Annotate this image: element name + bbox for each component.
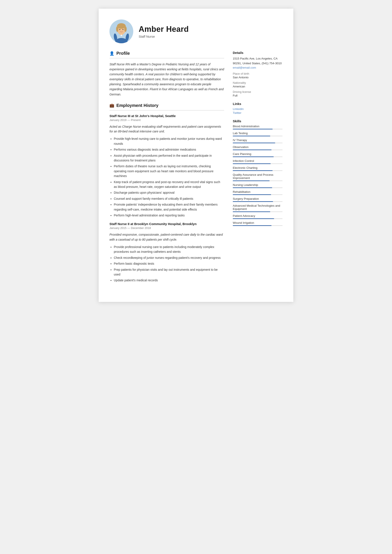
nationality-value: American: [233, 85, 282, 88]
job-date-0: January 2019 — Present: [110, 118, 224, 122]
nationality-label: Nationality: [233, 81, 282, 84]
skill-bar-fill-3: [233, 149, 272, 150]
skill-name-4: Care Planning: [233, 152, 282, 156]
job-1: Staff Nurse II at Brooklyn Community Hos…: [110, 222, 224, 283]
skill-bar-bg-9: [233, 194, 282, 195]
duty-0-0: Provide high-level nursing care to patie…: [114, 136, 224, 146]
duty-1-4: Update patient's medical records: [114, 278, 224, 283]
skill-0: Blood Administration: [233, 125, 282, 129]
skill-bar-bg-6: [233, 170, 282, 171]
skill-11: Advanced Medical Technologies and Equipm…: [233, 204, 282, 212]
profile-text: Staff Nurse RN with a Master's Degree in…: [110, 62, 224, 97]
employment-icon: 💼: [110, 103, 114, 108]
duty-1-2: Perform basic diagnostic tests: [114, 261, 224, 266]
svg-point-5: [117, 23, 126, 28]
skill-1: Lab Testing: [233, 132, 282, 136]
skill-name-1: Lab Testing: [233, 132, 282, 135]
skill-8: Nursing Leadership: [233, 183, 282, 188]
skill-bar-bg-0: [233, 129, 282, 129]
details-email[interactable]: email@email.com: [233, 66, 256, 69]
duty-0-5: Discharge patients upon physicians' appr…: [114, 190, 224, 195]
profile-divider: [110, 58, 224, 58]
pob-label: Place of birth: [233, 72, 282, 75]
pob-value: San Antonio: [233, 76, 282, 79]
two-col-layout: 👤 Profile Staff Nurse RN with a Master's…: [110, 51, 282, 289]
profile-title: 👤 Profile: [110, 51, 224, 56]
skill-bar-bg-3: [233, 149, 282, 150]
duty-0-8: Perform high-level administration and re…: [114, 213, 224, 218]
skill-2: IV Therapy: [233, 139, 282, 143]
links-section: Links LinkedinTwitter: [233, 102, 282, 114]
profile-section: 👤 Profile Staff Nurse RN with a Master's…: [110, 51, 224, 97]
employment-divider: [110, 110, 224, 111]
details-section: Details 1515 Pacific Ave, Los Angeles, C…: [233, 51, 282, 97]
skill-bar-fill-11: [233, 211, 270, 212]
duty-1-0: Provide professional nursing care to pat…: [114, 245, 224, 254]
job-duties-1: Provide professional nursing care to pat…: [110, 245, 224, 283]
skill-name-8: Nursing Leadership: [233, 183, 282, 187]
link-1[interactable]: Twitter: [233, 111, 282, 114]
duty-0-6: Counsel and support family members of cr…: [114, 196, 224, 201]
duty-0-4: Keep track of patient progress and post-…: [114, 180, 224, 189]
skill-name-6: Electronic Charting: [233, 166, 282, 169]
job-summary-1: Provided responsive, compassionate, pati…: [110, 232, 224, 242]
employment-title: 💼 Employment History: [110, 103, 224, 108]
skill-name-10: Surgery Preparation: [233, 197, 282, 200]
header: Amber Heard Staff Nurse: [110, 20, 282, 43]
skill-6: Electronic Charting: [233, 166, 282, 171]
jobs-container: Staff Nurse III at St John's Hospital, S…: [110, 114, 224, 283]
skills-title: Skills: [233, 119, 282, 123]
skill-bar-fill-5: [233, 163, 271, 164]
duty-0-3: Perform duties of theatre nurse such as …: [114, 164, 224, 178]
skill-bar-bg-13: [233, 225, 282, 226]
job-summary-0: Acted as Charge Nurse evaluating staff r…: [110, 124, 224, 134]
duty-1-1: Check recordkeeping of junior nurses reg…: [114, 255, 224, 260]
skills-section: Skills Blood AdministrationLab TestingIV…: [233, 119, 282, 226]
skill-bar-fill-7: [233, 181, 270, 181]
avatar: [110, 20, 133, 43]
skill-name-12: Patient Advocacy: [233, 214, 282, 217]
skill-bar-fill-9: [233, 194, 271, 195]
duty-1-3: Prep patients for physician visits and l…: [114, 267, 224, 277]
skill-bar-fill-8: [233, 187, 272, 188]
skills-container: Blood AdministrationLab TestingIV Therap…: [233, 125, 282, 226]
job-0: Staff Nurse III at St John's Hospital, S…: [110, 114, 224, 218]
skill-10: Surgery Preparation: [233, 197, 282, 202]
skill-bar-bg-1: [233, 136, 282, 136]
skill-name-2: IV Therapy: [233, 139, 282, 142]
skill-bar-fill-13: [233, 225, 272, 226]
skill-bar-fill-2: [233, 143, 275, 143]
skill-bar-bg-10: [233, 201, 282, 202]
svg-point-7: [124, 26, 127, 32]
skill-12: Patient Advocacy: [233, 214, 282, 219]
skill-name-5: Infection Control: [233, 159, 282, 162]
skill-bar-fill-0: [233, 129, 273, 129]
duty-0-2: Assist physician with procedures perform…: [114, 153, 224, 163]
job-title-1: Staff Nurse II at Brooklyn Community Hos…: [110, 222, 224, 226]
main-column: 👤 Profile Staff Nurse RN with a Master's…: [110, 51, 224, 289]
profile-icon: 👤: [110, 51, 114, 56]
skill-name-7: Quality Assurance and Process Improvemen…: [233, 173, 282, 180]
job-date-1: January 2015 — December 2018: [110, 226, 224, 230]
svg-point-8: [119, 29, 120, 30]
job-title-0: Staff Nurse III at St John's Hospital, S…: [110, 114, 224, 118]
candidate-name: Amber Heard: [139, 25, 189, 34]
skill-4: Care Planning: [233, 152, 282, 157]
skill-13: Wound Irrigation: [233, 221, 282, 226]
skill-name-0: Blood Administration: [233, 125, 282, 128]
skill-bar-fill-1: [233, 136, 270, 136]
duty-0-7: Promote patients' independence by educat…: [114, 202, 224, 212]
skill-7: Quality Assurance and Process Improvemen…: [233, 173, 282, 181]
skill-bar-fill-10: [233, 201, 273, 202]
skill-name-9: Rehabilitation: [233, 190, 282, 193]
skill-bar-bg-5: [233, 163, 282, 164]
svg-point-9: [122, 29, 124, 30]
skill-name-13: Wound Irrigation: [233, 221, 282, 224]
sidebar-column: Details 1515 Pacific Ave, Los Angeles, C…: [233, 51, 282, 289]
skill-bar-fill-4: [233, 156, 274, 157]
links-title: Links: [233, 102, 282, 105]
link-0[interactable]: Linkedin: [233, 107, 282, 111]
links-container: LinkedinTwitter: [233, 107, 282, 114]
skill-bar-bg-2: [233, 143, 282, 143]
skill-bar-fill-12: [233, 218, 274, 219]
